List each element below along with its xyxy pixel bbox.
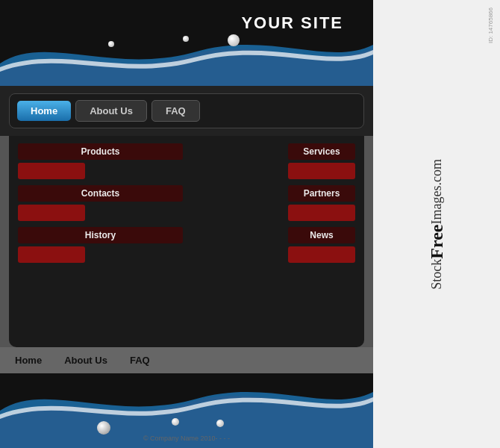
news-group: News: [288, 227, 355, 263]
sidebar-id: ID: 14765866: [487, 7, 494, 43]
brand-text: StockFreeImages.com: [427, 159, 447, 290]
contacts-bar: [18, 205, 85, 221]
gray-nav-section: Home About Us FAQ: [0, 347, 373, 373]
copyright: © Company Name 2010- - - -: [143, 435, 230, 442]
sidebar: ID: 14765866 StockFreeImages.com: [373, 0, 500, 448]
history-bar: [18, 246, 85, 263]
dot-2: [183, 36, 189, 42]
footer-nav-home[interactable]: Home: [15, 355, 42, 366]
nav-home[interactable]: Home: [17, 101, 71, 121]
news-label[interactable]: News: [288, 227, 355, 243]
footer-section: © Company Name 2010- - - -: [0, 373, 373, 448]
footer-nav-faq[interactable]: FAQ: [130, 355, 150, 366]
history-label[interactable]: History: [18, 227, 183, 243]
header-section: YOUR SITE: [0, 0, 373, 86]
partners-bar: [288, 205, 355, 221]
partners-label[interactable]: Partners: [288, 185, 355, 202]
nav-faq[interactable]: FAQ: [151, 100, 200, 122]
dot-3: [228, 34, 240, 46]
products-label[interactable]: Products: [18, 143, 183, 160]
footer-dot-1: [97, 421, 110, 435]
services-label[interactable]: Services: [288, 143, 355, 160]
right-column: Services Partners News: [190, 143, 355, 340]
contacts-label[interactable]: Contacts: [18, 185, 183, 202]
footer-dot-3: [216, 420, 224, 427]
site-title: YOUR SITE: [241, 13, 343, 33]
services-group: Services: [288, 143, 355, 179]
contacts-group: Contacts: [18, 185, 183, 221]
nav-about[interactable]: About Us: [75, 100, 147, 122]
nav-section: Home About Us FAQ: [0, 86, 373, 136]
services-bar: [288, 163, 355, 179]
nav-container: Home About Us FAQ: [9, 93, 364, 128]
main-content: YOUR SITE Home About Us FAQ Products: [0, 0, 373, 448]
left-column: Products Contacts History: [18, 143, 183, 340]
products-bar: [18, 163, 85, 179]
news-bar: [288, 246, 355, 263]
footer-nav-about[interactable]: About Us: [64, 355, 107, 366]
footer-dot-2: [172, 418, 179, 426]
products-group: Products: [18, 143, 183, 179]
content-section: Products Contacts History Services Partn…: [9, 136, 364, 347]
history-group: History: [18, 227, 183, 263]
partners-group: Partners: [288, 185, 355, 221]
dot-1: [108, 41, 114, 47]
header-wave: [0, 26, 373, 86]
